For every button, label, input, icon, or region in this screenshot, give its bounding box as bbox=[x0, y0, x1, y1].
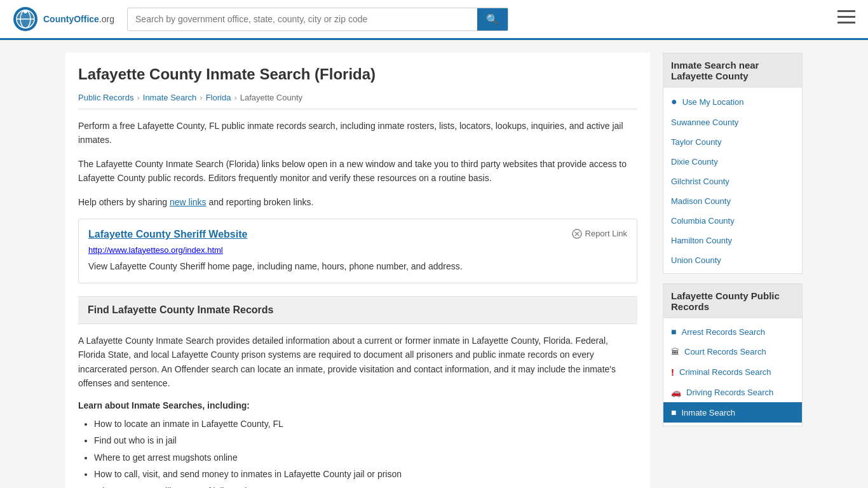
gilchrist-link[interactable]: Gilchrist County bbox=[671, 177, 729, 186]
description-1: Perform a free Lafayette County, FL publ… bbox=[78, 119, 637, 147]
nearby-section: Inmate Search near Lafayette County ● Us… bbox=[663, 53, 803, 274]
header: CountyOffice.org 🔍 bbox=[0, 0, 868, 40]
find-section-header: Find Lafayette County Inmate Records bbox=[78, 296, 637, 324]
breadcrumb-public-records[interactable]: Public Records bbox=[78, 93, 133, 102]
logo[interactable]: CountyOffice.org bbox=[13, 6, 114, 32]
desc3-prefix: Help others by sharing bbox=[78, 197, 170, 207]
search-button[interactable]: 🔍 bbox=[477, 8, 508, 30]
svg-rect-7 bbox=[837, 16, 855, 18]
learn-label: Learn about Inmate Searches, including: bbox=[78, 400, 637, 410]
result-card-url[interactable]: http://www.lafayetteso.org/index.html bbox=[88, 245, 627, 255]
report-link-button[interactable]: Report Link bbox=[572, 229, 627, 239]
description-2: The Lafayette County Inmate Search (Flor… bbox=[78, 157, 637, 186]
svg-rect-8 bbox=[837, 22, 855, 24]
criminal-records-link[interactable]: Criminal Records Search bbox=[679, 367, 771, 377]
sidebar-item-taylor[interactable]: Taylor County bbox=[663, 132, 802, 152]
main-layout: Lafayette County Inmate Search (Florida)… bbox=[53, 40, 815, 488]
report-link-text: Report Link bbox=[585, 229, 627, 238]
result-card-title[interactable]: Lafayette County Sheriff Website bbox=[88, 229, 247, 240]
arrest-records-link[interactable]: Arrest Records Search bbox=[681, 327, 765, 337]
public-records-body: ■ Arrest Records Search 🏛 Court Records … bbox=[663, 318, 802, 426]
union-link[interactable]: Union County bbox=[671, 255, 721, 265]
description-3: Help others by sharing new links and rep… bbox=[78, 195, 637, 209]
court-icon: 🏛 bbox=[671, 347, 679, 356]
taylor-link[interactable]: Taylor County bbox=[671, 137, 721, 147]
madison-link[interactable]: Madison County bbox=[671, 196, 731, 206]
sidebar-item-union[interactable]: Union County bbox=[663, 250, 802, 270]
sidebar-inmate-search[interactable]: ■ Inmate Search bbox=[663, 402, 802, 423]
result-url-link[interactable]: http://www.lafayetteso.org/index.html bbox=[88, 245, 223, 255]
new-links-link[interactable]: new links bbox=[170, 197, 207, 207]
arrest-icon: ■ bbox=[671, 327, 676, 337]
sidebar-item-columbia[interactable]: Columbia County bbox=[663, 211, 802, 231]
sidebar-court-records[interactable]: 🏛 Court Records Search bbox=[663, 342, 802, 362]
bullet-2: Find out who is in jail bbox=[94, 432, 637, 449]
content-area: Lafayette County Inmate Search (Florida)… bbox=[65, 53, 650, 488]
result-card-description: View Lafayette County Sheriff home page,… bbox=[88, 260, 627, 273]
driving-records-link[interactable]: Driving Records Search bbox=[686, 388, 773, 397]
sidebar: Inmate Search near Lafayette County ● Us… bbox=[663, 53, 803, 488]
nearby-section-body: ● Use My Location Suwannee County Taylor… bbox=[663, 88, 802, 273]
breadcrumb-sep-1: › bbox=[137, 93, 139, 102]
search-bar: 🔍 bbox=[127, 8, 508, 31]
breadcrumb-sep-3: › bbox=[234, 93, 236, 102]
hamilton-link[interactable]: Hamilton County bbox=[671, 236, 732, 245]
dixie-link[interactable]: Dixie County bbox=[671, 157, 718, 166]
columbia-link[interactable]: Columbia County bbox=[671, 216, 735, 226]
public-records-header: Lafayette County Public Records bbox=[663, 284, 802, 318]
use-location-link[interactable]: Use My Location bbox=[682, 97, 744, 107]
sidebar-item-hamilton[interactable]: Hamilton County bbox=[663, 231, 802, 250]
court-records-link[interactable]: Court Records Search bbox=[684, 347, 766, 356]
breadcrumb-inmate-search[interactable]: Inmate Search bbox=[143, 93, 197, 102]
bullet-4: How to call, visit, and send money to in… bbox=[94, 466, 637, 483]
logo-icon bbox=[13, 6, 38, 32]
sidebar-criminal-records[interactable]: ! Criminal Records Search bbox=[663, 362, 802, 383]
inmate-icon: ■ bbox=[671, 407, 676, 417]
breadcrumb-florida[interactable]: Florida bbox=[206, 93, 231, 102]
use-location-item[interactable]: ● Use My Location bbox=[663, 91, 802, 112]
menu-icon bbox=[837, 10, 855, 24]
hamburger-menu-button[interactable] bbox=[837, 10, 855, 28]
search-icon: 🔍 bbox=[486, 14, 499, 25]
sidebar-driving-records[interactable]: 🚗 Driving Records Search bbox=[663, 383, 802, 402]
bullet-5: When someone will get out of jail or pri… bbox=[94, 483, 637, 488]
public-records-section: Lafayette County Public Records ■ Arrest… bbox=[663, 283, 803, 426]
breadcrumb-current: Lafayette County bbox=[240, 93, 302, 102]
desc3-suffix: and reporting broken links. bbox=[207, 197, 314, 207]
find-section-text: A Lafayette County Inmate Search provide… bbox=[78, 334, 637, 391]
svg-rect-6 bbox=[837, 10, 855, 12]
sidebar-item-gilchrist[interactable]: Gilchrist County bbox=[663, 172, 802, 191]
driving-icon: 🚗 bbox=[671, 388, 681, 397]
result-card: Lafayette County Sheriff Website Report … bbox=[78, 219, 637, 283]
breadcrumb: Public Records › Inmate Search › Florida… bbox=[78, 93, 637, 109]
sidebar-item-madison[interactable]: Madison County bbox=[663, 191, 802, 211]
svg-point-5 bbox=[24, 10, 27, 13]
sidebar-item-suwannee[interactable]: Suwannee County bbox=[663, 112, 802, 132]
bullet-1: How to locate an inmate in Lafayette Cou… bbox=[94, 416, 637, 433]
find-section-title: Find Lafayette County Inmate Records bbox=[88, 304, 628, 316]
breadcrumb-sep-2: › bbox=[200, 93, 202, 102]
suwannee-link[interactable]: Suwannee County bbox=[671, 118, 738, 127]
page-title: Lafayette County Inmate Search (Florida) bbox=[78, 65, 637, 83]
inmate-search-link[interactable]: Inmate Search bbox=[681, 408, 735, 417]
search-input[interactable] bbox=[128, 9, 477, 29]
logo-text: CountyOffice.org bbox=[43, 14, 114, 24]
nearby-section-header: Inmate Search near Lafayette County bbox=[663, 53, 802, 88]
location-dot-icon: ● bbox=[671, 96, 677, 107]
bullet-3: Where to get arrest mugshots online bbox=[94, 449, 637, 466]
sidebar-item-dixie[interactable]: Dixie County bbox=[663, 152, 802, 172]
learn-bullets: How to locate an inmate in Lafayette Cou… bbox=[78, 416, 637, 488]
report-icon bbox=[572, 229, 582, 239]
criminal-icon: ! bbox=[671, 367, 674, 377]
result-card-header: Lafayette County Sheriff Website Report … bbox=[88, 229, 627, 240]
sidebar-arrest-records[interactable]: ■ Arrest Records Search bbox=[663, 322, 802, 342]
